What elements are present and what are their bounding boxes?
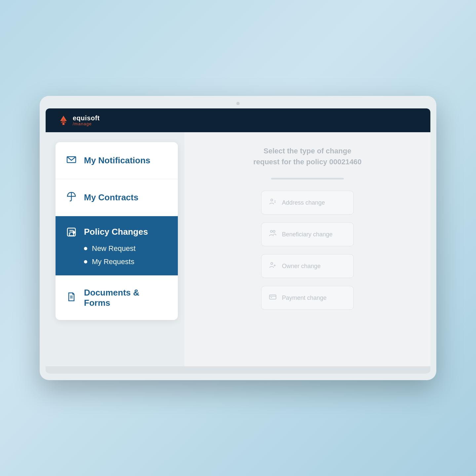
panel-divider [271,178,344,179]
sidebar-item-contracts[interactable]: My Contracts [56,179,178,216]
laptop-screen: equisoft /manage [46,108,430,366]
right-panel: Select the type of change request for th… [184,132,430,366]
sidebar-subitem-new-request[interactable]: New Request [84,244,168,253]
change-option-payment[interactable]: Payment change [261,286,354,310]
laptop-frame: equisoft /manage [40,96,436,380]
main-content: My Notifications My Contracts [46,132,430,366]
sidebar-item-notifications-label: My Notifications [84,155,150,166]
app-header: equisoft /manage [46,108,430,132]
sidebar: My Notifications My Contracts [46,132,184,366]
payment-icon [269,293,277,303]
edit-icon [65,227,77,240]
svg-point-14 [270,230,272,232]
sidebar-card: My Notifications My Contracts [56,142,178,320]
envelope-icon [65,154,77,167]
sidebar-subitem-new-request-label: New Request [92,244,136,253]
sidebar-item-contracts-label: My Contracts [84,192,139,203]
sidebar-item-documents-label: Documents & Forms [84,288,168,308]
bullet-my-requests [84,260,87,263]
address-icon [269,198,277,208]
sidebar-subitem-my-requests-label: My Requests [92,258,134,266]
document-icon [65,292,77,304]
panel-title: Select the type of change request for th… [253,145,362,167]
umbrella-icon [65,191,77,204]
logo-main-text: equisoft [73,114,100,122]
panel-title-line2: request for the policy 00021460 [253,158,362,166]
change-option-payment-label: Payment change [282,295,327,301]
logo-sub-text: /manage [73,122,100,126]
sidebar-item-documents[interactable]: Documents & Forms [56,275,178,320]
beneficiary-icon [269,229,277,239]
laptop-camera [236,102,240,105]
change-option-address[interactable]: Address change [261,191,354,215]
laptop-base [46,366,430,374]
panel-title-line1: Select the type of change [263,147,351,155]
logo-icon [58,114,69,126]
change-option-address-label: Address change [282,199,325,206]
logo: equisoft /manage [58,114,100,126]
change-option-owner[interactable]: Owner change [261,254,354,278]
sidebar-item-policy-changes-label: Policy Changes [84,227,148,237]
svg-rect-19 [269,295,276,299]
policy-subitems: New Request My Requests [56,242,178,275]
sidebar-item-policy-changes-section: Policy Changes New Request My Requests [56,216,178,275]
change-option-beneficiary[interactable]: Beneficiary change [261,222,354,246]
bullet-new-request [84,247,87,250]
sidebar-item-notifications[interactable]: My Notifications [56,142,178,179]
logo-text: equisoft /manage [73,114,100,126]
svg-point-16 [271,262,273,264]
svg-point-11 [271,199,273,201]
change-option-beneficiary-label: Beneficiary change [282,231,333,238]
svg-rect-2 [62,123,64,125]
sidebar-item-policy-changes[interactable]: Policy Changes [56,216,178,242]
change-option-owner-label: Owner change [282,263,321,270]
svg-point-15 [273,230,275,232]
owner-icon [269,261,277,271]
sidebar-subitem-my-requests[interactable]: My Requests [84,258,168,266]
